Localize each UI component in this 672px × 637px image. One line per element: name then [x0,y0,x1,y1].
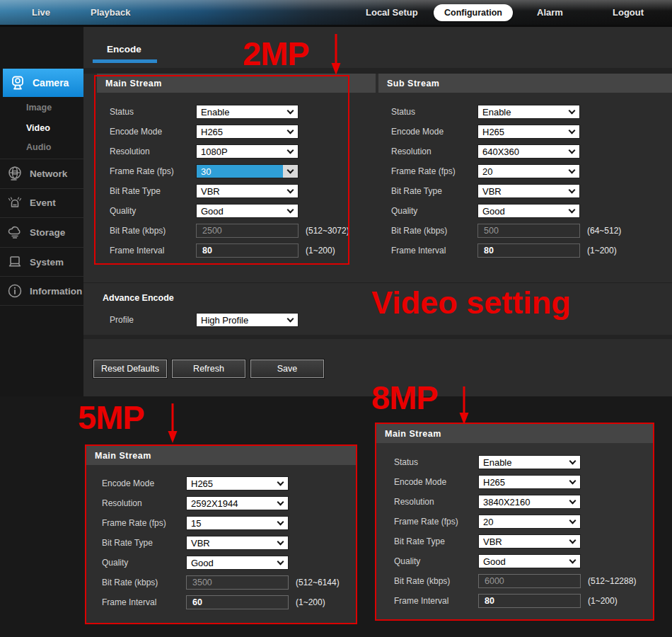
bit-rate-kbps-input: 2500 [196,224,299,238]
form-row: Resolution1080P [110,142,376,161]
form-row: Frame Interval60(1~200) [102,592,356,612]
field-label: Encode Mode [110,127,196,137]
form-row: Resolution2592X1944 [102,493,356,513]
status-select[interactable]: Enable [477,105,580,119]
frame-rate-fps-select[interactable]: 20 [478,515,581,529]
field-label: Frame Rate (fps) [110,166,196,176]
encode-mode-select[interactable]: H265 [477,125,580,139]
frame-interval-input[interactable]: 80 [196,243,299,258]
frame-interval-input[interactable]: 60 [186,595,289,609]
quality-select[interactable]: Good [186,556,289,570]
field-label: Frame Interval [102,597,186,607]
save-button[interactable]: Save [250,360,324,378]
frame-rate-fps-select[interactable]: 20 [477,164,580,178]
chevron-down-icon [283,185,298,197]
chevron-down-icon [565,515,580,528]
bit-rate-type-select[interactable]: VBR [477,184,580,198]
annotation-arrow-8mp [456,385,472,426]
chevron-down-icon [564,125,579,138]
form-row: Encode ModeH265 [102,474,356,493]
chevron-down-icon [565,456,580,469]
form-row: Encode ModeH265 [394,472,653,492]
resolution-select[interactable]: 3840X2160 [478,495,581,509]
encode-mode-select[interactable]: H265 [478,475,581,489]
reset-defaults-button[interactable]: Reset Defaults [93,360,167,378]
frame-rate-fps-select[interactable]: 15 [186,516,289,530]
content-area: Encode Main Stream StatusEnableEncode Mo… [83,27,672,396]
nav-local-setup[interactable]: Local Setup [366,0,418,25]
annotation-arrow-2mp [328,33,344,76]
field-label: Frame Rate (fps) [394,517,478,527]
encode-mode-select[interactable]: H265 [196,125,299,139]
sidebar-item-system[interactable]: System [0,247,83,277]
field-label: Resolution [391,147,477,156]
range-hint: (1~200) [588,596,618,606]
quality-select[interactable]: Good [478,554,581,568]
select-value: VBR [479,535,565,548]
tab-encode[interactable]: Encode [107,44,141,54]
sidebar-item-storage[interactable]: Storage [0,217,83,247]
refresh-button[interactable]: Refresh [172,360,245,378]
field-label: Quality [391,206,477,216]
form-row: Bit Rate TypeVBR [394,532,653,551]
select-value: Good [478,205,564,217]
nav-alarm[interactable]: Alarm [537,0,563,25]
bit-rate-type-select[interactable]: VBR [478,534,581,549]
range-hint: (1~200) [587,246,617,256]
bit-rate-kbps-input: 3500 [186,575,289,590]
field-label: Frame Interval [391,246,477,256]
tab-separator [83,68,672,74]
resolution-select[interactable]: 640X360 [477,144,580,159]
resolution-select[interactable]: 2592X1944 [186,496,289,510]
frame-interval-input[interactable]: 80 [477,243,580,258]
field-label: Encode Mode [394,477,478,487]
field-label: Frame Interval [394,596,478,606]
status-select[interactable]: Enable [478,455,581,469]
field-label: Encode Mode [102,478,186,488]
profile-select[interactable]: High Profile [196,313,299,327]
sidebar-subitem-image[interactable]: Image [26,103,52,113]
nav-live[interactable]: Live [32,0,50,25]
sidebar-item-camera[interactable]: Camera [3,69,83,97]
bit-rate-type-select[interactable]: VBR [186,536,289,550]
bit-rate-kbps-input: 6000 [478,574,581,588]
resolution-select[interactable]: 1080P [196,144,299,159]
sidebar-item-information[interactable]: Information [0,276,83,306]
form-row: StatusEnable [110,102,376,122]
sidebar-item-event[interactable]: Event [0,188,83,218]
chevron-down-icon [565,555,580,568]
frame-interval-input[interactable]: 80 [478,594,581,608]
main-stream-panel-8mp: Main Stream StatusEnableEncode ModeH265R… [375,423,654,621]
nav-playback[interactable]: Playback [91,0,130,25]
quality-select[interactable]: Good [477,204,580,218]
field-label: Bit Rate (kbps) [394,576,478,586]
field-label: Resolution [110,147,196,156]
status-select[interactable]: Enable [196,105,299,119]
form-row: QualityGood [102,553,356,573]
network-globe-icon [6,165,23,182]
annotation-video-setting: Video setting [371,285,571,321]
select-value: 20 [478,165,564,178]
range-hint: (1~200) [296,597,325,607]
frame-rate-fps-select[interactable]: 30 [196,164,299,178]
quality-select[interactable]: Good [196,204,299,218]
bit-rate-type-select[interactable]: VBR [196,184,299,198]
top-nav-bar: Live Playback Local Setup Configuration … [0,0,672,27]
field-label: Bit Rate (kbps) [110,226,196,236]
sidebar-item-network[interactable]: Network [0,159,83,188]
field-label: Status [391,107,477,117]
field-label: Frame Rate (fps) [391,166,477,176]
select-value: Enable [478,105,564,118]
nav-logout[interactable]: Logout [613,0,644,25]
select-value: VBR [187,536,273,549]
range-hint: (64~512) [587,226,621,236]
sub-stream-panel: Sub Stream StatusEnableEncode ModeH265Re… [378,74,672,260]
encode-mode-select[interactable]: H265 [186,476,289,490]
nav-configuration[interactable]: Configuration [434,4,513,21]
sidebar-subitem-audio[interactable]: Audio [26,142,51,152]
field-label: Bit Rate Type [110,186,196,196]
sidebar-subitem-video[interactable]: Video [26,123,50,133]
camera-icon [9,74,26,91]
form-row: StatusEnable [394,452,653,472]
field-label: Status [110,107,196,117]
